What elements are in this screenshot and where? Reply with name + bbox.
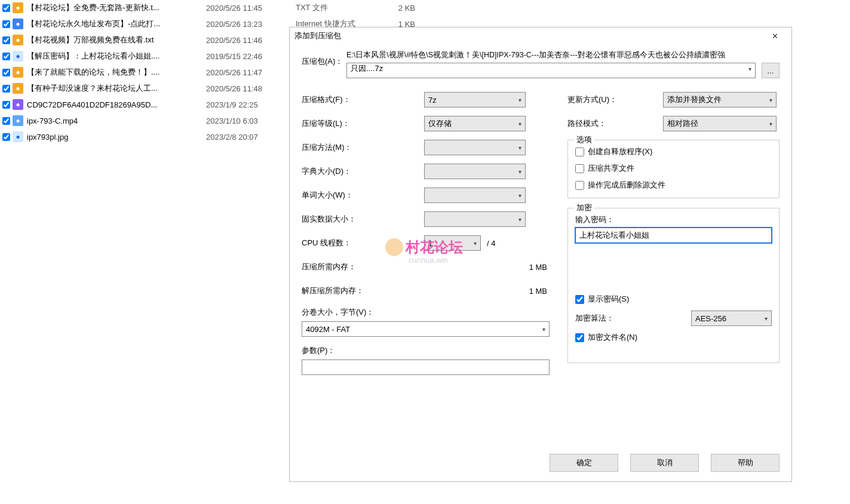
method-select[interactable] xyxy=(424,140,526,155)
file-name: ipx-793-C.mp4 xyxy=(27,116,206,125)
file-icon: ● xyxy=(13,115,23,126)
file-icon: ● xyxy=(13,19,23,29)
ok-button[interactable]: 确定 xyxy=(550,454,618,472)
password-label: 输入密码： xyxy=(575,214,772,225)
level-select[interactable]: 仅存储 xyxy=(424,116,526,131)
file-name: CD9C72DF6A401D2DF18269A95D... xyxy=(27,100,206,109)
close-icon[interactable]: ✕ xyxy=(763,29,787,43)
file-icon: ● xyxy=(13,35,23,45)
sfx-checkbox[interactable]: 创建自释放程序(X) xyxy=(575,146,772,157)
file-checkbox[interactable] xyxy=(2,133,10,141)
split-select[interactable]: 4092M - FAT xyxy=(302,321,550,337)
file-size: 2 KB xyxy=(379,4,415,13)
file-name: 【村花视频】万部视频免费在线看.txt xyxy=(27,35,206,45)
archive-label: 压缩包(A)： xyxy=(302,50,346,67)
cpu-select[interactable]: 1 xyxy=(424,235,481,251)
file-date: 2020/5/26 11:48 xyxy=(206,84,296,93)
file-checkbox[interactable] xyxy=(2,69,10,76)
password-input[interactable] xyxy=(575,228,772,243)
file-checkbox[interactable] xyxy=(2,4,10,12)
file-name: 【有种子却没速度？来村花论坛人工... xyxy=(27,83,206,94)
share-checkbox-input[interactable] xyxy=(575,164,584,173)
file-name: 【来了就能下载的论坛，纯免费！】.... xyxy=(27,67,206,78)
options-legend: 选项 xyxy=(574,134,594,145)
file-type: TXT 文件 xyxy=(296,2,379,13)
file-name: ipx793pl.jpg xyxy=(27,133,206,142)
solid-select[interactable] xyxy=(424,211,526,227)
method-label: 压缩方法(M)： xyxy=(302,142,424,153)
cpu-total: / 4 xyxy=(487,239,495,248)
level-label: 压缩等级(L)： xyxy=(302,118,424,129)
file-checkbox[interactable] xyxy=(2,117,10,125)
browse-button[interactable]: ... xyxy=(762,63,780,78)
params-input[interactable] xyxy=(302,359,550,375)
file-date: 2020/5/26 11:47 xyxy=(206,68,296,77)
update-label: 更新方式(U)： xyxy=(567,94,663,105)
cancel-button[interactable]: 取消 xyxy=(630,454,699,472)
pathmode-label: 路径模式： xyxy=(567,118,663,129)
delete-checkbox[interactable]: 操作完成后删除源文件 xyxy=(575,180,772,190)
file-name: 【村花论坛】全免费-无套路-更新快.t... xyxy=(27,2,206,13)
word-select[interactable] xyxy=(424,188,526,203)
file-date: 2023/1/10 6:03 xyxy=(206,116,296,125)
file-date: 2020/5/26 11:45 xyxy=(206,4,296,13)
encryption-legend: 加密 xyxy=(574,202,594,213)
file-name: 【村花论坛永久地址发布页】-点此打... xyxy=(27,19,206,29)
dialog-titlebar: 添加到压缩包 ✕ xyxy=(290,27,791,44)
show-password-checkbox-input[interactable] xyxy=(575,295,584,304)
file-date: 2019/5/15 22:46 xyxy=(206,52,296,61)
pathmode-select[interactable]: 相对路径 xyxy=(663,116,777,131)
file-checkbox[interactable] xyxy=(2,36,10,44)
params-label: 参数(P)： xyxy=(302,345,550,356)
mem-comp-label: 压缩所需内存： xyxy=(302,262,424,272)
encrypt-names-checkbox[interactable]: 加密文件名(N) xyxy=(575,332,772,343)
dialog-title: 添加到压缩包 xyxy=(294,30,341,41)
file-name: 【解压密码】：上村花论坛看小姐姐.... xyxy=(27,51,206,62)
file-date: 2023/2/8 20:07 xyxy=(206,133,296,142)
encrypt-names-checkbox-input[interactable] xyxy=(575,333,584,342)
dict-label: 字典大小(D)： xyxy=(302,166,424,177)
show-password-checkbox[interactable]: 显示密码(S) xyxy=(575,294,772,305)
encryption-fieldset: 加密 输入密码： 显示密码(S) 加密算法： AES-256 加密文件名(N) xyxy=(567,208,780,363)
enc-alg-select[interactable]: AES-256 xyxy=(691,311,772,326)
solid-label: 固实数据大小： xyxy=(302,214,424,225)
file-icon: ● xyxy=(13,67,23,78)
help-button[interactable]: 帮助 xyxy=(711,454,780,472)
delete-checkbox-input[interactable] xyxy=(575,181,584,190)
file-row[interactable]: ●【村花论坛】全免费-无套路-更新快.t...2020/5/26 11:45TX… xyxy=(0,0,436,16)
enc-alg-label: 加密算法： xyxy=(575,313,614,324)
file-checkbox[interactable] xyxy=(2,53,10,60)
cpu-label: CPU 线程数： xyxy=(302,238,424,248)
file-icon: ● xyxy=(13,51,23,62)
word-label: 单词大小(W)： xyxy=(302,190,424,201)
file-date: 2020/5/26 13:23 xyxy=(206,20,296,29)
split-label: 分卷大小，字节(V)： xyxy=(302,307,550,318)
archive-path: E:\日本风景\视屏\#特色\S视觉刺激！美\[HD]IPX-793-C---加… xyxy=(346,50,780,60)
file-icon: ● xyxy=(13,83,23,94)
file-checkbox[interactable] xyxy=(2,20,10,28)
sfx-checkbox-input[interactable] xyxy=(575,147,584,156)
options-fieldset: 选项 创建自释放程序(X) 压缩共享文件 操作完成后删除源文件 xyxy=(567,140,780,198)
archive-name-combo[interactable]: 只因....7z xyxy=(346,63,756,78)
file-checkbox[interactable] xyxy=(2,85,10,93)
file-date: 2020/5/26 11:46 xyxy=(206,36,296,45)
format-select[interactable]: 7z xyxy=(424,92,526,107)
mem-comp-value: 1 MB xyxy=(424,263,550,272)
dict-select[interactable] xyxy=(424,164,526,179)
file-icon: ● xyxy=(13,99,23,110)
file-date: 2023/1/9 22:25 xyxy=(206,100,296,109)
update-select[interactable]: 添加并替换文件 xyxy=(663,92,777,107)
file-icon: ● xyxy=(13,131,23,142)
format-label: 压缩格式(F)： xyxy=(302,94,424,105)
dialog-footer: 确定 取消 帮助 xyxy=(290,447,791,481)
mem-decomp-label: 解压缩所需内存： xyxy=(302,285,424,296)
file-checkbox[interactable] xyxy=(2,101,10,109)
share-checkbox[interactable]: 压缩共享文件 xyxy=(575,163,772,174)
add-to-archive-dialog: 添加到压缩包 ✕ 压缩包(A)： E:\日本风景\视屏\#特色\S视觉刺激！美\… xyxy=(289,27,792,482)
file-icon: ● xyxy=(13,2,23,13)
archive-name-value: 只因....7z xyxy=(351,64,383,73)
mem-decomp-value: 1 MB xyxy=(424,287,550,296)
